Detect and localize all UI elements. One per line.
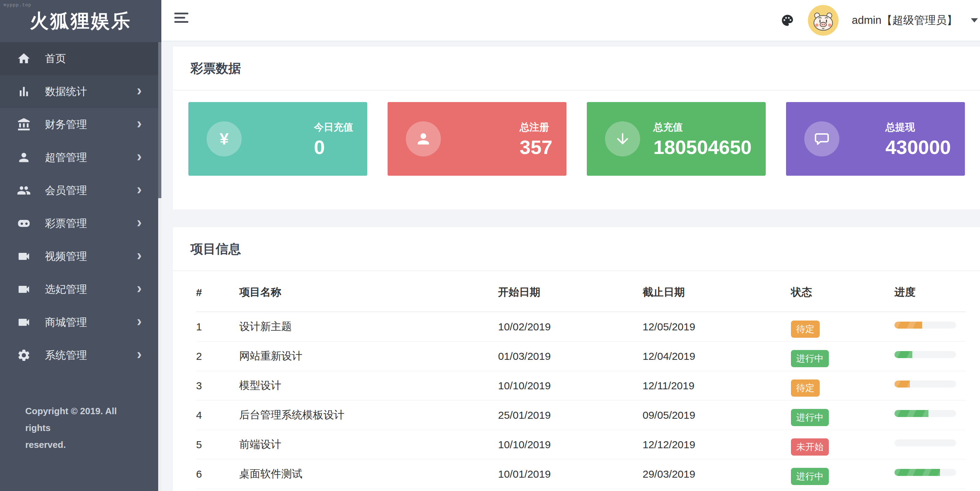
cell-start: 05/03/2019	[498, 489, 643, 491]
column-header-2: 开始日期	[498, 271, 643, 312]
sidebar-item-8[interactable]: 商城管理›	[0, 306, 161, 339]
cell-progress	[894, 430, 966, 459]
stat-text: 总充值180504650	[654, 121, 752, 157]
sidebar-item-5[interactable]: 彩票管理›	[0, 207, 161, 240]
video-icon	[17, 249, 31, 264]
pig-avatar-icon	[808, 5, 838, 36]
bank-icon	[17, 118, 31, 132]
sidebar-item-label: 数据统计	[45, 84, 87, 99]
cell-num: 1	[196, 312, 239, 342]
copyright-text: Copyright © 2019. All rights reserved.	[25, 403, 141, 453]
cell-end: 09/05/2019	[643, 400, 791, 430]
table-row: 3模型设计10/10/201912/11/2019待定	[196, 371, 966, 400]
cell-end: 10/05/2019	[643, 489, 791, 491]
stat-cards-row: ¥今日充值0总注册357总充值180504650总提现430000	[173, 91, 980, 210]
column-header-5: 进度	[894, 271, 966, 312]
user-menu[interactable]: admin【超级管理员】	[852, 13, 958, 28]
sidebar-item-4[interactable]: 会员管理›	[0, 174, 161, 207]
cell-num: 5	[196, 430, 239, 459]
hamburger-line	[174, 21, 188, 23]
sidebar-item-3[interactable]: 超管管理›	[0, 141, 161, 174]
arrow-down-icon	[614, 130, 631, 147]
hamburger-menu-button[interactable]	[174, 13, 188, 23]
cell-num: 6	[196, 459, 239, 489]
stat-icon-circle	[605, 121, 640, 156]
sidebar-item-6[interactable]: 视频管理›	[0, 240, 161, 273]
gamepad-icon	[16, 216, 32, 231]
scrollbar-thumb[interactable]	[158, 42, 161, 198]
status-badge: 待定	[791, 321, 820, 338]
sidebar-item-label: 选妃管理	[45, 282, 87, 297]
stat-icon-circle: ¥	[207, 121, 242, 156]
person-icon	[17, 151, 31, 164]
cell-name: 前端设计	[239, 430, 498, 459]
chevron-right-icon: ›	[137, 182, 142, 197]
cell-start: 25/01/2019	[498, 400, 643, 430]
sidebar-item-2[interactable]: 财务管理›	[0, 108, 161, 141]
column-header-1: 项目名称	[239, 271, 498, 312]
sidebar-item-label: 视频管理	[45, 249, 87, 264]
people-icon	[16, 183, 32, 198]
progress-fill	[894, 469, 940, 476]
topbar-right-cluster: admin【超级管理员】	[780, 0, 978, 41]
cell-end: 12/05/2019	[643, 312, 791, 342]
column-header-4: 状态	[791, 271, 894, 312]
cell-end: 12/12/2019	[643, 430, 791, 459]
sidebar-item-9[interactable]: 系统管理›	[0, 339, 161, 372]
sidebar-item-label: 首页	[45, 52, 66, 66]
bank-icon	[16, 117, 32, 132]
table-row: 4后台管理系统模板设计25/01/201909/05/2019进行中	[196, 400, 966, 430]
cell-name: 后台管理系统模板设计	[239, 400, 498, 430]
progress-bar	[894, 351, 956, 358]
cell-progress	[894, 342, 966, 371]
video-icon	[17, 282, 31, 296]
video-icon	[16, 281, 32, 297]
table-row: 5前端设计10/10/201912/12/2019未开始	[196, 430, 966, 459]
progress-fill	[894, 410, 928, 417]
stat-text: 总提现430000	[885, 121, 951, 157]
cell-end: 12/04/2019	[643, 342, 791, 371]
table-row: 6桌面软件测试10/01/201929/03/2019进行中	[196, 459, 966, 489]
avatar[interactable]	[808, 5, 838, 36]
sidebar-item-1[interactable]: 数据统计›	[0, 75, 161, 108]
cell-status: 进行中	[791, 459, 894, 489]
home-icon	[17, 52, 31, 65]
bar-chart-icon	[17, 84, 31, 99]
stat-label: 总提现	[885, 121, 915, 134]
cell-name: 桌面软件测试	[239, 459, 498, 489]
column-header-3: 截止日期	[643, 271, 791, 312]
cell-start: 10/02/2019	[498, 312, 643, 342]
stat-value: 0	[314, 137, 325, 157]
table-row: 2网站重新设计01/03/201912/04/2019进行中	[196, 342, 966, 371]
projects-table: #项目名称开始日期截止日期状态进度 1设计新主题10/02/201912/05/…	[196, 271, 966, 491]
person-icon	[16, 150, 32, 165]
cell-status: 待定	[791, 371, 894, 400]
gear-icon	[16, 348, 32, 363]
header-row: #项目名称开始日期截止日期状态进度	[196, 271, 966, 312]
cell-name: 设计新主题	[239, 312, 498, 342]
sidebar-item-0[interactable]: 首页	[0, 42, 161, 75]
cell-start: 10/10/2019	[498, 371, 643, 400]
theme-palette-button[interactable]	[780, 13, 794, 27]
cell-num: 4	[196, 400, 239, 430]
table-row: 1设计新主题10/02/201912/05/2019待定	[196, 312, 966, 342]
progress-bar	[894, 410, 956, 417]
people-icon	[17, 183, 31, 197]
chevron-right-icon: ›	[137, 83, 142, 98]
cell-end: 29/03/2019	[643, 459, 791, 489]
chevron-right-icon: ›	[137, 347, 142, 362]
chevron-down-icon[interactable]	[971, 18, 978, 22]
cell-status: 进行中	[791, 400, 894, 430]
projects-panel: 项目信息 #项目名称开始日期截止日期状态进度 1设计新主题10/02/20191…	[173, 227, 980, 491]
progress-fill	[894, 322, 922, 329]
sidebar-scrollbar[interactable]	[158, 42, 161, 491]
projects-panel-title: 项目信息	[173, 227, 980, 270]
sidebar-item-7[interactable]: 选妃管理›	[0, 273, 161, 306]
cell-start: 10/10/2019	[498, 430, 643, 459]
video-icon	[16, 249, 32, 264]
stat-text: 总注册357	[520, 121, 552, 157]
chat-icon	[813, 130, 830, 147]
main-content: 彩票数据 ¥今日充值0总注册357总充值180504650总提现430000 项…	[161, 41, 980, 491]
chevron-right-icon: ›	[137, 314, 142, 329]
cell-status: 进行中	[791, 342, 894, 371]
